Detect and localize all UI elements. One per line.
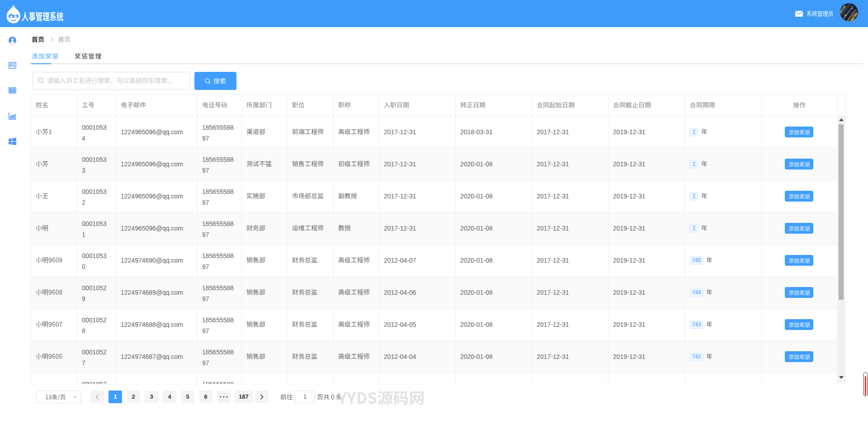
svg-text:1: 1 (12, 89, 13, 92)
